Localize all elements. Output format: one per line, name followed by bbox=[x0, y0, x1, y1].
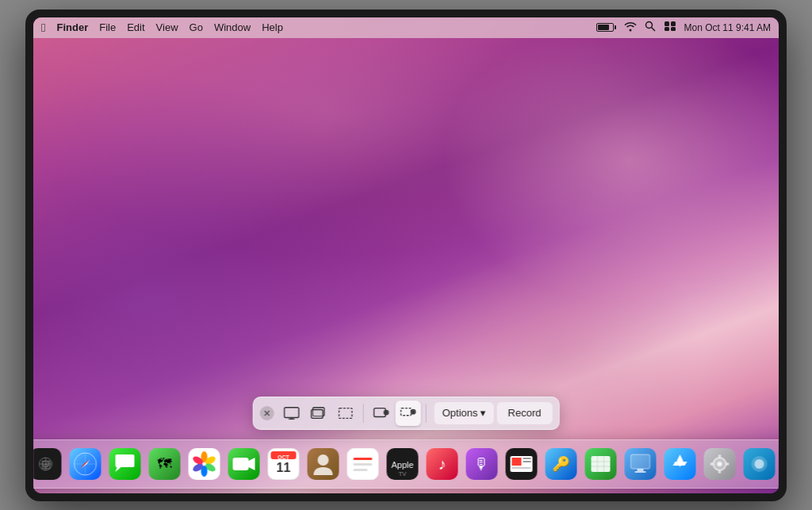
record-label: Record bbox=[508, 407, 541, 419]
desktop-wallpaper:  Finder File Edit View Go Window Help bbox=[33, 17, 779, 493]
dock-item-facetime[interactable] bbox=[226, 446, 262, 482]
svg-rect-68 bbox=[523, 461, 531, 462]
menu-help[interactable]: Help bbox=[262, 21, 283, 33]
svg-line-1 bbox=[651, 28, 655, 32]
svg-point-19 bbox=[412, 410, 415, 412]
toolbar-divider-1 bbox=[363, 404, 364, 423]
control-center-icon[interactable] bbox=[664, 21, 676, 34]
menubar-right: Mon Oct 11 9:41 AM bbox=[596, 21, 771, 34]
svg-text:Apple: Apple bbox=[391, 460, 413, 470]
battery-body bbox=[596, 23, 614, 32]
svg-point-52 bbox=[318, 454, 329, 466]
dock-item-launchpad[interactable]: ⊞ bbox=[33, 446, 64, 482]
svg-point-89 bbox=[726, 462, 730, 466]
datetime: Mon Oct 11 9:41 AM bbox=[684, 22, 771, 33]
dock-item-sysext[interactable] bbox=[741, 446, 778, 482]
svg-rect-79 bbox=[631, 454, 650, 469]
svg-rect-8 bbox=[285, 407, 299, 417]
dock: 😊 ⊞ bbox=[33, 439, 779, 489]
dock-item-keynote[interactable] bbox=[622, 446, 659, 482]
svg-text:🗺: 🗺 bbox=[158, 456, 172, 472]
menu-go[interactable]: Go bbox=[190, 21, 203, 33]
dock-item-safari[interactable] bbox=[67, 446, 104, 482]
dock-item-contacts[interactable] bbox=[305, 446, 342, 482]
menu-window[interactable]: Window bbox=[214, 21, 251, 33]
svg-rect-45 bbox=[233, 458, 249, 470]
dock-item-appletv[interactable]: Apple TV bbox=[385, 446, 421, 482]
dock-item-music[interactable]: ♪ bbox=[424, 446, 461, 482]
menubar-left:  Finder File Edit View Go Window Help bbox=[41, 21, 283, 34]
svg-point-86 bbox=[718, 454, 722, 458]
svg-text:🎙: 🎙 bbox=[474, 455, 490, 473]
dock-item-numbers[interactable] bbox=[583, 446, 619, 482]
options-chevron: ▾ bbox=[480, 407, 485, 419]
svg-rect-54 bbox=[354, 458, 373, 460]
toolbar-divider-2 bbox=[426, 404, 427, 423]
svg-text:⊞: ⊞ bbox=[40, 458, 51, 471]
close-toolbar-button[interactable] bbox=[260, 406, 274, 420]
svg-rect-17 bbox=[401, 408, 412, 415]
svg-rect-3 bbox=[671, 21, 676, 26]
svg-rect-80 bbox=[638, 469, 644, 471]
svg-point-85 bbox=[718, 462, 722, 466]
svg-point-16 bbox=[385, 411, 388, 413]
svg-rect-12 bbox=[312, 409, 324, 418]
battery-tip bbox=[615, 25, 616, 29]
svg-rect-81 bbox=[635, 471, 646, 473]
capture-window-button[interactable] bbox=[306, 401, 331, 426]
dock-item-calendar[interactable]: OCT 11 bbox=[266, 446, 302, 482]
svg-rect-5 bbox=[671, 27, 676, 31]
svg-rect-13 bbox=[339, 408, 351, 418]
svg-rect-4 bbox=[665, 27, 669, 31]
screenshot-toolbar: Options ▾ Record bbox=[253, 397, 560, 430]
options-button[interactable]: Options ▾ bbox=[435, 402, 494, 424]
apple-menu[interactable]:  bbox=[41, 21, 45, 34]
svg-rect-56 bbox=[354, 469, 368, 471]
dock-item-podcasts[interactable]: 🎙 bbox=[464, 446, 500, 482]
dock-item-photos[interactable] bbox=[186, 446, 223, 482]
menu-file[interactable]: File bbox=[99, 21, 116, 33]
record-button[interactable]: Record bbox=[496, 402, 552, 424]
dock-item-news[interactable] bbox=[504, 446, 540, 482]
menu-view[interactable]: View bbox=[156, 21, 178, 33]
svg-text:🔑: 🔑 bbox=[553, 455, 571, 473]
svg-point-0 bbox=[645, 22, 652, 29]
menubar:  Finder File Edit View Go Window Help bbox=[33, 17, 779, 38]
svg-rect-69 bbox=[512, 467, 531, 469]
dock-item-maps[interactable]: 🗺 bbox=[147, 446, 183, 482]
svg-text:♪: ♪ bbox=[439, 455, 446, 473]
capture-selection-button[interactable] bbox=[333, 401, 358, 426]
options-label: Options bbox=[442, 407, 478, 419]
svg-point-87 bbox=[718, 470, 722, 474]
dock-item-messages[interactable] bbox=[107, 446, 144, 482]
svg-text:TV: TV bbox=[398, 470, 407, 477]
svg-point-88 bbox=[710, 462, 714, 466]
screen:  Finder File Edit View Go Window Help bbox=[33, 17, 779, 493]
wifi-icon[interactable] bbox=[624, 21, 637, 34]
record-selection-button[interactable] bbox=[396, 401, 421, 426]
dock-item-keychain[interactable]: 🔑 bbox=[543, 446, 580, 482]
dock-item-reminders[interactable] bbox=[345, 446, 381, 482]
svg-rect-73 bbox=[592, 456, 611, 472]
mac-laptop-frame:  Finder File Edit View Go Window Help bbox=[25, 10, 787, 501]
svg-rect-2 bbox=[665, 21, 669, 26]
capture-entire-screen-button[interactable] bbox=[279, 401, 304, 426]
menu-edit[interactable]: Edit bbox=[127, 21, 144, 33]
search-icon[interactable] bbox=[645, 21, 656, 34]
svg-text:11: 11 bbox=[277, 461, 291, 474]
record-screen-button[interactable] bbox=[369, 401, 394, 426]
svg-point-92 bbox=[755, 459, 764, 469]
svg-rect-67 bbox=[523, 458, 531, 459]
battery-status bbox=[596, 23, 616, 32]
svg-rect-66 bbox=[512, 458, 522, 466]
dock-item-syspreferences[interactable] bbox=[702, 446, 738, 482]
svg-text:OCT: OCT bbox=[278, 454, 290, 460]
app-name[interactable]: Finder bbox=[56, 21, 88, 33]
dock-item-appstore[interactable] bbox=[662, 446, 699, 482]
svg-rect-55 bbox=[354, 463, 373, 466]
battery-fill bbox=[598, 25, 609, 30]
